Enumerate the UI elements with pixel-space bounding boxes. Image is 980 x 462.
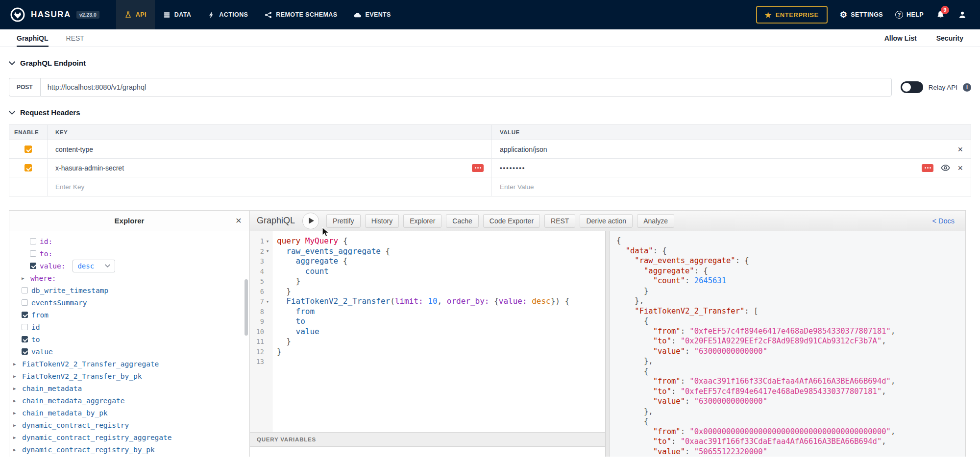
user-menu-button[interactable] <box>957 10 967 20</box>
explorer-item-FiatTokenV2_2_Transfer_aggregate[interactable]: ▶FiatTokenV2_2_Transfer_aggregate <box>9 358 249 370</box>
expand-arrow-icon[interactable]: ▶ <box>13 435 19 440</box>
explorer-item-label[interactable]: id: <box>40 238 52 245</box>
explorer-checkbox[interactable] <box>22 324 28 330</box>
query-editor[interactable]: 1▾2▾34567▾8910111213 query MyQuery { raw… <box>250 231 605 432</box>
explorer-item-label[interactable]: to <box>31 336 40 343</box>
explorer-checkbox[interactable] <box>30 263 36 269</box>
explorer-checkbox[interactable] <box>30 238 36 244</box>
explorer-item-value[interactable]: value <box>9 345 249 358</box>
enterprise-button[interactable]: ★ ENTERPRISE <box>756 6 828 24</box>
explorer-checkbox[interactable] <box>22 348 28 355</box>
fold-icon[interactable]: ▾ <box>264 238 271 244</box>
nav-item-api[interactable]: API <box>116 0 155 29</box>
explorer-item-label[interactable]: value <box>31 348 53 356</box>
header-enable-checkbox[interactable] <box>24 164 32 171</box>
toolbar-button-rest[interactable]: REST <box>544 214 575 228</box>
docs-link[interactable]: < Docs <box>932 217 955 225</box>
query-code[interactable]: query MyQuery { raw_events_aggregate { a… <box>272 231 605 432</box>
nav-item-remote-schemas[interactable]: REMOTE SCHEMAS <box>256 0 345 29</box>
header-key-cell[interactable]: x-hasura-admin-secret <box>48 159 492 177</box>
explorer-item-from[interactable]: from <box>9 309 249 321</box>
explorer-checkbox[interactable] <box>30 250 36 257</box>
expand-arrow-icon[interactable]: ▶ <box>13 423 19 428</box>
explorer-scrollbar[interactable] <box>245 279 248 336</box>
explorer-item-label[interactable]: id <box>31 323 40 331</box>
explorer-item-value[interactable]: value:desc <box>9 260 249 272</box>
explorer-item-dynamic_contract_registry_by_pk[interactable]: ▶dynamic_contract_registry_by_pk <box>9 443 249 456</box>
request-headers-toggle[interactable]: Request Headers <box>9 108 971 117</box>
explorer-checkbox[interactable] <box>22 299 28 306</box>
close-icon[interactable]: × <box>236 214 242 226</box>
explorer-item-label[interactable]: chain_metadata <box>22 385 82 392</box>
link-allow-list[interactable]: Allow List <box>884 34 917 42</box>
endpoint-url-input[interactable] <box>40 78 892 97</box>
hasura-logo[interactable]: HASURA v2.23.0 <box>10 7 99 23</box>
remove-header-icon[interactable]: × <box>957 145 963 154</box>
header-value-cell[interactable]: application/json× <box>492 140 971 158</box>
explorer-item-label[interactable]: dynamic_contract_registry_aggregate <box>22 434 172 441</box>
explorer-item-id[interactable]: id <box>9 321 249 333</box>
admin-secret-icon[interactable] <box>922 164 933 172</box>
expand-arrow-icon[interactable]: ▶ <box>13 411 19 415</box>
explorer-item-to[interactable]: to <box>9 333 249 345</box>
order-direction-select[interactable]: desc <box>73 260 115 272</box>
query-variables-editor[interactable] <box>250 447 605 457</box>
explorer-item-dynamic_contract_registry[interactable]: ▶dynamic_contract_registry <box>9 419 249 431</box>
explorer-item-label[interactable]: db_write_timestamp <box>31 287 108 294</box>
explorer-item-label[interactable]: from <box>31 311 49 319</box>
relay-api-toggle[interactable] <box>901 81 923 93</box>
explorer-item-to[interactable]: to: <box>9 247 249 260</box>
link-security[interactable]: Security <box>936 34 963 42</box>
explorer-item-id[interactable]: id: <box>9 235 249 247</box>
nav-item-data[interactable]: DATA <box>155 0 199 29</box>
explorer-item-label[interactable]: FiatTokenV2_2_Transfer_by_pk <box>22 372 142 380</box>
expand-arrow-icon[interactable]: ▶ <box>13 374 19 379</box>
help-button[interactable]: ? HELP <box>895 11 924 19</box>
explorer-item-chain_metadata_by_pk[interactable]: ▶chain_metadata_by_pk <box>9 407 249 419</box>
tab-graphiql[interactable]: GraphiQL <box>17 29 49 47</box>
explorer-item-FiatTokenV2_2_Transfer_by_pk[interactable]: ▶FiatTokenV2_2_Transfer_by_pk <box>9 370 249 382</box>
explorer-item-label[interactable]: where: <box>30 274 56 282</box>
explorer-item-label[interactable]: to: <box>40 250 52 258</box>
settings-button[interactable]: ⚙ SETTINGS <box>840 11 883 19</box>
explorer-item-chain_metadata_aggregate[interactable]: ▶chain_metadata_aggregate <box>9 394 249 407</box>
eye-icon[interactable] <box>941 163 950 172</box>
new-header-value-cell[interactable]: Enter Value <box>492 177 971 196</box>
explorer-item-label[interactable]: chain_metadata_aggregate <box>22 397 125 405</box>
explorer-item-label[interactable]: eventsSummary <box>31 299 87 307</box>
explorer-checkbox[interactable] <box>22 287 28 293</box>
nav-item-actions[interactable]: ACTIONS <box>199 0 256 29</box>
header-enable-checkbox[interactable] <box>24 146 32 153</box>
explorer-item-eventsSummary[interactable]: eventsSummary <box>9 296 249 309</box>
notifications-button[interactable]: 9 <box>936 10 945 20</box>
toolbar-button-analyze[interactable]: Analyze <box>637 214 674 228</box>
endpoint-section-toggle[interactable]: GraphQL Endpoint <box>9 59 971 67</box>
panel-resize-divider[interactable] <box>605 231 610 457</box>
explorer-item-label[interactable]: dynamic_contract_registry_by_pk <box>22 446 155 454</box>
header-value-cell[interactable]: ••••••••× <box>492 159 971 177</box>
fold-icon[interactable]: ▾ <box>264 298 271 305</box>
nav-item-events[interactable]: EVENTS <box>345 0 399 29</box>
explorer-checkbox[interactable] <box>22 336 28 342</box>
explorer-item-label[interactable]: dynamic_contract_registry <box>22 421 129 429</box>
admin-secret-icon[interactable] <box>472 164 484 172</box>
explorer-item-label[interactable]: value: <box>40 262 65 270</box>
expand-arrow-icon[interactable]: ▶ <box>13 362 19 366</box>
toolbar-button-cache[interactable]: Cache <box>446 214 478 228</box>
explorer-item-db_write_timestamp[interactable]: db_write_timestamp <box>9 284 249 296</box>
toolbar-button-derive-action[interactable]: Derive action <box>580 214 633 228</box>
expand-arrow-icon[interactable]: ▶ <box>22 276 27 281</box>
expand-arrow-icon[interactable]: ▶ <box>13 386 19 391</box>
info-icon[interactable]: i <box>963 83 971 92</box>
explorer-checkbox[interactable] <box>22 312 28 318</box>
explorer-item-chain_metadata[interactable]: ▶chain_metadata <box>9 382 249 394</box>
explorer-item-label[interactable]: chain_metadata_by_pk <box>22 409 108 417</box>
explorer-item-label[interactable]: FiatTokenV2_2_Transfer_aggregate <box>22 360 159 368</box>
toolbar-button-prettify[interactable]: Prettify <box>326 214 361 228</box>
toolbar-button-history[interactable]: History <box>365 214 399 228</box>
explorer-item-where[interactable]: ▶where: <box>9 272 249 284</box>
remove-header-icon[interactable]: × <box>957 164 963 172</box>
toolbar-button-code-exporter[interactable]: Code Exporter <box>483 214 540 228</box>
query-variables-header[interactable]: QUERY VARIABLES <box>250 432 605 447</box>
explorer-item-dynamic_contract_registry_aggregate[interactable]: ▶dynamic_contract_registry_aggregate <box>9 431 249 443</box>
